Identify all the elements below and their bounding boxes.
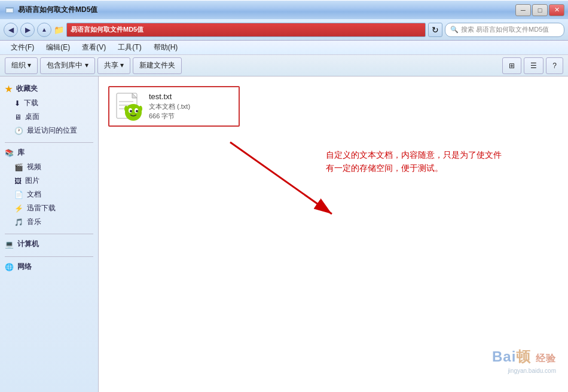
menu-file[interactable]: 文件(F) [5, 41, 40, 54]
sidebar-item-recent[interactable]: 🕐 最近访问的位置 [0, 124, 98, 137]
title-bar: 易语言如何取文件MD5值 ─ □ ✕ [0, 0, 568, 19]
svg-point-14 [139, 106, 142, 112]
up-button[interactable]: ▲ [37, 23, 51, 37]
minimize-button[interactable]: ─ [515, 4, 531, 16]
address-bar[interactable]: 易语言如何取文件MD5值 [66, 23, 426, 37]
recent-icon: 🕐 [14, 127, 23, 135]
sidebar-item-video[interactable]: 🎬 视频 [0, 160, 98, 174]
favorites-header: ★ 收藏夹 [0, 81, 98, 96]
main-layout: ★ 收藏夹 ⬇ 下载 🖥 桌面 🕐 最近访问的位置 📚 库 [0, 76, 568, 392]
svg-point-11 [130, 110, 132, 112]
file-size: 666 字节 [149, 112, 234, 121]
search-icon: 🔍 [450, 26, 459, 33]
view-toggle-button[interactable]: ⊞ [502, 57, 521, 74]
menu-tools[interactable]: 工具(T) [112, 41, 147, 54]
sidebar-item-download[interactable]: ⬇ 下载 [0, 96, 98, 110]
video-icon: 🎬 [14, 163, 23, 172]
file-info: test.txt 文本文档 (.txt) 666 字节 [149, 92, 234, 121]
toolbar-right: ⊞ ☰ ? [502, 57, 563, 74]
sidebar-divider-1 [5, 142, 93, 143]
menu-view[interactable]: 查看(V) [76, 41, 112, 54]
window-icon [5, 5, 14, 15]
file-type-icon [114, 92, 143, 121]
svg-point-12 [136, 110, 138, 112]
svg-line-16 [230, 142, 332, 214]
network-header: 🌐 网络 [0, 259, 98, 274]
sidebar-item-image[interactable]: 🖼 图片 [0, 174, 98, 188]
network-icon: 🌐 [5, 263, 14, 271]
download-icon: ⬇ [14, 99, 20, 108]
image-icon: 🖼 [14, 177, 22, 185]
share-button[interactable]: 共享 ▾ [97, 57, 130, 74]
menu-edit[interactable]: 编辑(E) [40, 41, 76, 54]
doc-icon: 📄 [14, 191, 23, 199]
desktop-icon: 🖥 [14, 113, 22, 121]
back-button[interactable]: ◀ [4, 23, 18, 37]
close-button[interactable]: ✕ [549, 4, 564, 16]
thunder-icon: ⚡ [14, 204, 23, 213]
address-bar-container: 📁 易语言如何取文件MD5值 ↻ [54, 23, 442, 37]
content-area: test.txt 文本文档 (.txt) 666 字节 自定义的文本文档，内容随… [99, 76, 568, 392]
window-title: 易语言如何取文件MD5值 [18, 5, 97, 15]
sidebar-divider-3 [5, 256, 93, 257]
search-bar[interactable]: 🔍 搜索 易语言如何取文件MD5值 [445, 23, 564, 37]
star-icon: ★ [5, 84, 13, 94]
svg-rect-2 [7, 9, 13, 12]
watermark-area: Bai顿 经验 jingyan.baidu.com [492, 347, 556, 374]
library-section: 📚 库 🎬 视频 🖼 图片 📄 文档 ⚡ 迅雷下载 🎵 音乐 [0, 145, 98, 229]
file-type: 文本文档 (.txt) [149, 102, 234, 111]
forward-button[interactable]: ▶ [20, 23, 35, 37]
music-icon: 🎵 [14, 218, 23, 226]
search-placeholder: 搜索 易语言如何取文件MD5值 [461, 25, 549, 34]
new-folder-button[interactable]: 新建文件夹 [133, 57, 182, 74]
library-icon: 📚 [5, 149, 14, 157]
sidebar-item-doc[interactable]: 📄 文档 [0, 188, 98, 201]
computer-icon: 💻 [5, 240, 14, 249]
svg-point-8 [125, 104, 142, 121]
file-name: test.txt [149, 92, 234, 101]
refresh-button[interactable]: ↻ [428, 23, 442, 37]
folder-icon: 📁 [54, 25, 64, 35]
annotation-text: 自定义的文本文档，内容随意，只是为了使文件有一定的存储空间，便于测试。 [326, 148, 505, 175]
library-header: 📚 库 [0, 145, 98, 160]
file-item[interactable]: test.txt 文本文档 (.txt) 666 字节 [108, 86, 240, 127]
menu-bar: 文件(F) 编辑(E) 查看(V) 工具(T) 帮助(H) [0, 41, 568, 55]
organize-button[interactable]: 组织 ▾ [5, 57, 38, 74]
computer-header: 💻 计算机 [0, 237, 98, 252]
watermark-main: Bai顿 经验 [492, 347, 556, 366]
detail-view-button[interactable]: ☰ [524, 57, 543, 74]
sidebar: ★ 收藏夹 ⬇ 下载 🖥 桌面 🕐 最近访问的位置 📚 库 [0, 76, 99, 392]
sidebar-divider-2 [5, 234, 93, 234]
sidebar-item-thunder[interactable]: ⚡ 迅雷下载 [0, 201, 98, 215]
file-icon-wrapper [114, 92, 143, 121]
title-bar-controls: ─ □ ✕ [515, 4, 564, 16]
nav-bar: ◀ ▶ ▲ 📁 易语言如何取文件MD5值 ↻ 🔍 搜索 易语言如何取文件MD5值 [0, 19, 568, 41]
menu-help[interactable]: 帮助(H) [148, 41, 184, 54]
svg-point-13 [124, 106, 128, 112]
toolbar: 组织 ▾ 包含到库中 ▾ 共享 ▾ 新建文件夹 ⊞ ☰ ? [0, 55, 568, 76]
sidebar-item-music[interactable]: 🎵 音乐 [0, 215, 98, 229]
computer-section: 💻 计算机 [0, 237, 98, 252]
include-library-button[interactable]: 包含到库中 ▾ [40, 57, 94, 74]
annotation-arrow [200, 124, 356, 244]
favorites-label: 收藏夹 [16, 84, 38, 94]
title-bar-left: 易语言如何取文件MD5值 [5, 5, 97, 15]
help-button[interactable]: ? [546, 57, 563, 74]
watermark-sub: jingyan.baidu.com [492, 368, 556, 374]
network-section: 🌐 网络 [0, 259, 98, 274]
sidebar-item-desktop[interactable]: 🖥 桌面 [0, 110, 98, 124]
favorites-section: ★ 收藏夹 ⬇ 下载 🖥 桌面 🕐 最近访问的位置 [0, 81, 98, 137]
maximize-button[interactable]: □ [532, 4, 548, 16]
address-text: 易语言如何取文件MD5值 [71, 25, 143, 34]
